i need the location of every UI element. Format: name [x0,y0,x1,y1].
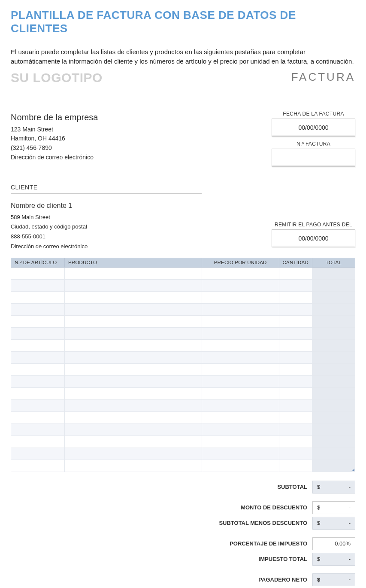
table-cell[interactable] [202,327,279,339]
col-product: PRODUCTO [65,258,202,267]
table-cell[interactable] [202,436,279,448]
table-row [11,363,355,375]
table-row [11,339,355,351]
net-label: PAGADERO NETO [184,576,312,583]
table-cell[interactable] [279,327,312,339]
table-cell[interactable] [11,423,65,436]
tax-pct-label: PORCENTAJE DE IMPUESTO [184,540,312,547]
table-row [11,279,355,291]
table-cell[interactable] [202,315,279,327]
invoice-date-field[interactable]: 00/00/0000 [272,119,355,137]
table-cell[interactable] [279,460,312,472]
client-phone: 888-555-0001 [11,232,88,242]
table-cell[interactable] [202,303,279,315]
table-row [11,387,355,399]
table-cell [312,460,355,472]
table-cell[interactable] [65,267,202,279]
table-cell[interactable] [202,267,279,279]
table-row [11,448,355,460]
table-cell[interactable] [65,327,202,339]
table-cell[interactable] [202,460,279,472]
table-cell[interactable] [279,423,312,436]
col-total: TOTAL [312,258,355,267]
table-cell[interactable] [279,315,312,327]
table-cell [312,351,355,363]
table-cell[interactable] [11,387,65,399]
table-cell[interactable] [65,339,202,351]
client-name: Nombre de cliente 1 [11,200,88,212]
invoice-date-label: FECHA DE LA FACTURA [272,111,355,117]
table-cell[interactable] [11,448,65,460]
table-cell[interactable] [65,387,202,399]
table-cell[interactable] [65,363,202,375]
table-cell[interactable] [279,387,312,399]
table-cell[interactable] [279,363,312,375]
table-cell[interactable] [279,339,312,351]
company-address-2: Hamilton, OH 44416 [11,134,98,143]
table-cell[interactable] [11,351,65,363]
table-cell[interactable] [279,399,312,411]
table-cell[interactable] [65,423,202,436]
table-cell[interactable] [65,436,202,448]
table-cell[interactable] [279,351,312,363]
table-cell[interactable] [11,315,65,327]
table-row [11,267,355,279]
table-cell[interactable] [202,399,279,411]
table-cell[interactable] [11,339,65,351]
client-address-1: 589 Main Street [11,213,88,222]
invoice-no-field[interactable] [272,149,355,167]
table-cell[interactable] [202,279,279,291]
table-cell[interactable] [11,399,65,411]
table-row [11,411,355,423]
table-cell[interactable] [202,448,279,460]
table-cell[interactable] [65,448,202,460]
table-cell[interactable] [11,436,65,448]
table-cell[interactable] [279,279,312,291]
table-cell[interactable] [11,303,65,315]
subtotal-minus-discount-label: SUBTOTAL MENOS DESCUENTO [184,520,312,526]
table-cell[interactable] [11,267,65,279]
table-cell[interactable] [202,363,279,375]
table-cell[interactable] [279,291,312,303]
table-cell[interactable] [65,399,202,411]
table-cell[interactable] [202,351,279,363]
table-cell [312,411,355,423]
table-cell [312,303,355,315]
table-cell[interactable] [11,411,65,423]
table-cell[interactable] [279,411,312,423]
table-cell[interactable] [202,339,279,351]
table-cell[interactable] [202,291,279,303]
table-cell[interactable] [65,303,202,315]
discount-value[interactable]: $ - [312,501,355,514]
table-cell[interactable] [65,291,202,303]
table-cell[interactable] [11,327,65,339]
table-cell[interactable] [279,448,312,460]
net-value: $ - [312,573,355,586]
table-cell[interactable] [11,375,65,387]
table-cell[interactable] [11,460,65,472]
table-cell[interactable] [202,423,279,436]
table-cell[interactable] [65,375,202,387]
table-cell[interactable] [11,279,65,291]
table-cell[interactable] [279,375,312,387]
client-address-2: Ciudad, estado y código postal [11,222,88,232]
table-cell[interactable] [65,411,202,423]
table-cell[interactable] [202,411,279,423]
table-cell[interactable] [65,351,202,363]
table-cell[interactable] [11,363,65,375]
table-cell[interactable] [279,436,312,448]
table-cell[interactable] [11,291,65,303]
table-cell[interactable] [65,279,202,291]
table-cell [312,399,355,411]
line-items-table: N.º DE ARTÍCULO PRODUCTO PRECIO POR UNID… [11,258,355,472]
discount-label: MONTO DE DESCUENTO [184,504,312,511]
payment-due-field[interactable]: 00/00/0000 [272,229,355,247]
table-cell[interactable] [279,267,312,279]
table-cell[interactable] [65,315,202,327]
table-cell[interactable] [279,303,312,315]
table-cell[interactable] [65,460,202,472]
tax-pct-value[interactable]: 0.00% [312,537,355,550]
table-cell [312,448,355,460]
table-cell[interactable] [202,375,279,387]
table-cell[interactable] [202,387,279,399]
